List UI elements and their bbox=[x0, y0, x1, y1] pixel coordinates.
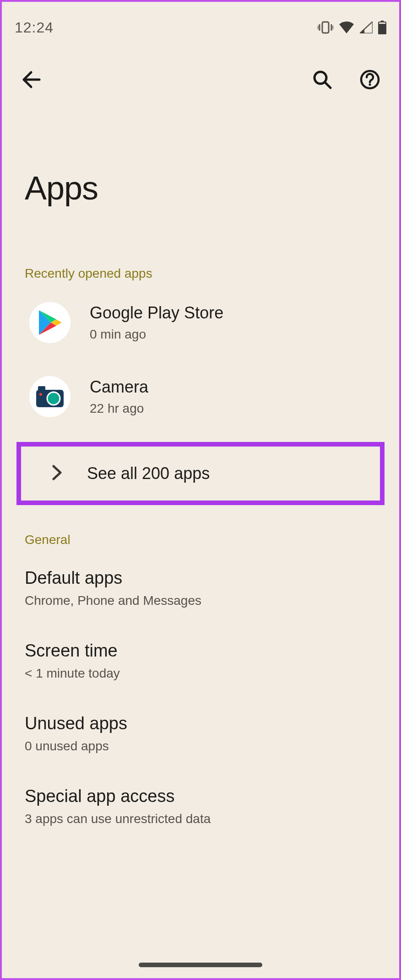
status-icons bbox=[318, 21, 386, 34]
back-button[interactable] bbox=[18, 67, 44, 93]
camera-icon bbox=[29, 376, 70, 417]
page-title: Apps bbox=[0, 101, 401, 230]
setting-screen-time[interactable]: Screen time < 1 minute today bbox=[0, 625, 401, 697]
setting-title: Special app access bbox=[25, 786, 376, 806]
search-button[interactable] bbox=[309, 67, 335, 93]
recent-app-subtitle: 0 min ago bbox=[90, 327, 223, 342]
setting-unused-apps[interactable]: Unused apps 0 unused apps bbox=[0, 697, 401, 770]
setting-subtitle: 3 apps can use unrestricted data bbox=[25, 812, 376, 826]
setting-title: Default apps bbox=[25, 568, 376, 588]
recent-app-play-store[interactable]: Google Play Store 0 min ago bbox=[0, 285, 401, 360]
setting-default-apps[interactable]: Default apps Chrome, Phone and Messages bbox=[0, 552, 401, 625]
recent-app-name: Camera bbox=[90, 377, 148, 397]
recent-app-camera[interactable]: Camera 22 hr ago bbox=[0, 360, 401, 434]
setting-subtitle: Chrome, Phone and Messages bbox=[25, 593, 376, 608]
section-recent-header: Recently opened apps bbox=[0, 230, 401, 285]
section-general-header: General bbox=[0, 519, 401, 552]
svg-line-10 bbox=[325, 82, 331, 88]
battery-icon bbox=[378, 21, 386, 34]
status-bar: 12:24 bbox=[0, 0, 401, 46]
setting-subtitle: 0 unused apps bbox=[25, 739, 376, 754]
search-icon bbox=[312, 70, 332, 91]
recent-app-subtitle: 22 hr ago bbox=[90, 401, 148, 416]
toolbar bbox=[0, 46, 401, 101]
svg-rect-14 bbox=[38, 386, 45, 391]
help-button[interactable] bbox=[357, 67, 383, 93]
arrow-back-icon bbox=[21, 70, 41, 91]
svg-rect-0 bbox=[322, 22, 329, 33]
recent-app-name: Google Play Store bbox=[90, 303, 223, 323]
svg-point-12 bbox=[369, 83, 371, 86]
see-all-label: See all 200 apps bbox=[87, 464, 210, 483]
vibrate-icon bbox=[318, 21, 333, 34]
play-store-icon bbox=[29, 302, 70, 343]
chevron-right-icon bbox=[52, 465, 62, 482]
signal-icon bbox=[360, 22, 373, 33]
see-all-apps[interactable]: See all 200 apps bbox=[16, 442, 385, 505]
svg-rect-6 bbox=[379, 22, 386, 34]
setting-title: Screen time bbox=[25, 641, 376, 661]
svg-point-17 bbox=[39, 393, 42, 396]
setting-subtitle: < 1 minute today bbox=[25, 666, 376, 681]
help-icon bbox=[360, 70, 380, 91]
nav-handle[interactable] bbox=[139, 963, 262, 967]
wifi-icon bbox=[339, 22, 354, 33]
status-time: 12:24 bbox=[15, 19, 54, 36]
setting-title: Unused apps bbox=[25, 714, 376, 733]
setting-special-app-access[interactable]: Special app access 3 apps can use unrest… bbox=[0, 770, 401, 843]
